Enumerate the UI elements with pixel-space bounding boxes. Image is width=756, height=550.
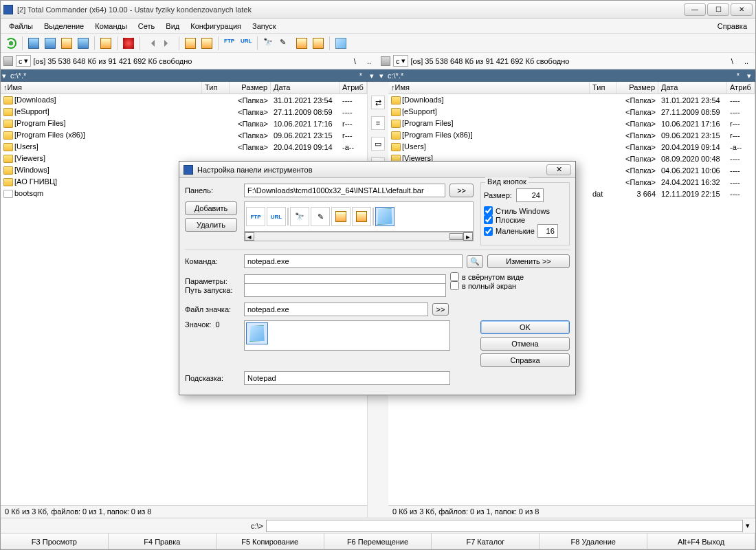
- nav-root[interactable]: \: [727, 57, 737, 65]
- f3-button[interactable]: F3 Просмотр: [1, 534, 109, 549]
- ok-button[interactable]: OK: [480, 320, 570, 334]
- menu-commands[interactable]: Команды: [89, 21, 133, 32]
- col-attr[interactable]: Атриб: [340, 82, 367, 94]
- col-name[interactable]: ↑Имя: [1, 82, 202, 94]
- back-button[interactable]: [144, 36, 159, 51]
- minimized-checkbox[interactable]: в свёрнутом виде: [450, 272, 524, 281]
- tab-dd[interactable]: ▾: [367, 71, 377, 80]
- ftp-button[interactable]: FTP: [222, 36, 237, 51]
- preview-rename[interactable]: ✎: [311, 207, 330, 226]
- f4-button[interactable]: F4 Правка: [109, 534, 216, 549]
- table-row[interactable]: [eSupport]<Папка>27.11.2009 08:59----: [1, 106, 367, 118]
- right-drive-select[interactable]: c▾: [393, 55, 408, 67]
- small-checkbox[interactable]: Маленькие: [484, 227, 535, 236]
- panel-browse-button[interactable]: >>: [449, 184, 474, 197]
- refresh-button[interactable]: [3, 36, 19, 51]
- preview-sync[interactable]: [331, 207, 351, 226]
- table-row[interactable]: [Program Files]<Папка>10.06.2021 17:16r-…: [388, 118, 755, 129]
- col-size[interactable]: Размер: [230, 82, 271, 94]
- menu-start[interactable]: Запуск: [247, 21, 281, 32]
- flat-checkbox[interactable]: Плоские: [484, 215, 566, 224]
- small-size-input[interactable]: [537, 224, 558, 238]
- preview-copy[interactable]: [352, 207, 371, 226]
- notepad-button[interactable]: [333, 36, 348, 51]
- view-thumb-button[interactable]: [59, 36, 74, 51]
- size-input[interactable]: [516, 188, 544, 202]
- tab-star[interactable]: *: [733, 71, 743, 80]
- startpath-input[interactable]: [244, 283, 446, 297]
- fullscreen-checkbox[interactable]: в полный экран: [450, 281, 524, 290]
- table-row[interactable]: [Program Files]<Папка>10.06.2021 17:16r-…: [1, 118, 367, 129]
- col-attr[interactable]: Атриб: [727, 82, 755, 94]
- col-size[interactable]: Размер: [617, 82, 658, 94]
- col-date[interactable]: Дата: [658, 82, 727, 94]
- tab-dd[interactable]: ▾: [744, 71, 754, 80]
- hint-input[interactable]: [244, 371, 450, 385]
- add-button[interactable]: Добавить: [185, 201, 237, 215]
- menu-view[interactable]: Вид: [160, 21, 185, 32]
- icon-picker[interactable]: [244, 320, 450, 351]
- pack-button[interactable]: [183, 36, 198, 51]
- col-ext[interactable]: Тип: [590, 82, 617, 94]
- sync-button[interactable]: [294, 36, 309, 51]
- mid-btn-3[interactable]: ▭: [371, 137, 385, 151]
- cmd-dropdown-icon[interactable]: ▾: [743, 521, 753, 530]
- preview-scrollbar[interactable]: ◂ ▸: [244, 232, 474, 241]
- nav-root[interactable]: \: [350, 57, 360, 65]
- table-row[interactable]: [Downloads]<Папка>31.01.2021 23:54----: [1, 94, 367, 106]
- table-row[interactable]: [Users]<Папка>20.04.2019 09:14-a--: [388, 141, 755, 153]
- view-full-button[interactable]: [43, 36, 58, 51]
- f7-button[interactable]: F7 Каталог: [432, 534, 540, 549]
- menu-config[interactable]: Конфигурация: [185, 21, 247, 32]
- cancel-button[interactable]: Отмена: [480, 337, 570, 351]
- iconfile-input[interactable]: [244, 302, 428, 316]
- preview-ftp[interactable]: FTP: [246, 207, 265, 226]
- command-search-button[interactable]: 🔍: [467, 255, 483, 268]
- minimize-button[interactable]: —: [684, 3, 706, 16]
- col-ext[interactable]: Тип: [202, 82, 230, 94]
- cmd-input[interactable]: [266, 520, 743, 532]
- icon-option-0[interactable]: [246, 322, 268, 344]
- menu-files[interactable]: Файлы: [3, 21, 38, 32]
- nav-up[interactable]: ..: [740, 57, 753, 65]
- col-name[interactable]: ↑Имя: [388, 82, 590, 94]
- menu-help[interactable]: Справка: [712, 21, 753, 32]
- col-date[interactable]: Дата: [271, 82, 340, 94]
- wand-button[interactable]: [121, 36, 136, 51]
- menu-selection[interactable]: Выделение: [38, 21, 89, 32]
- tab-star[interactable]: *: [356, 71, 366, 80]
- panel-path-input[interactable]: [244, 184, 445, 197]
- left-tab[interactable]: c:\*.*: [6, 71, 30, 80]
- table-row[interactable]: [eSupport]<Папка>27.11.2009 08:59----: [388, 106, 755, 118]
- left-drive-select[interactable]: c▾: [16, 55, 31, 67]
- copy-names-button[interactable]: [311, 36, 326, 51]
- close-button[interactable]: ✕: [731, 3, 753, 16]
- mid-btn-1[interactable]: ⇄: [371, 96, 385, 109]
- fwd-button[interactable]: [160, 36, 175, 51]
- preview-url[interactable]: URL: [267, 207, 286, 226]
- style-checkbox[interactable]: Стиль Windows: [484, 206, 566, 215]
- preview-notepad-selected[interactable]: [375, 207, 394, 226]
- nav-up[interactable]: ..: [363, 57, 375, 65]
- iconfile-browse-button[interactable]: >>: [432, 303, 449, 316]
- view-brief-button[interactable]: [26, 36, 41, 51]
- f8-button[interactable]: F8 Удаление: [540, 534, 647, 549]
- f5-button[interactable]: F5 Копирование: [216, 534, 324, 549]
- table-row[interactable]: [Program Files (x86)]<Папка>09.06.2021 2…: [388, 129, 755, 141]
- altf4-button[interactable]: Alt+F4 Выход: [647, 534, 755, 549]
- change-button[interactable]: Изменить >>: [487, 254, 570, 268]
- search-button[interactable]: 🔭: [261, 36, 276, 51]
- delete-button[interactable]: Удалить: [185, 218, 237, 232]
- mid-btn-2[interactable]: =: [371, 116, 385, 130]
- rename-button[interactable]: ✎: [278, 36, 293, 51]
- dialog-close-button[interactable]: ✕: [546, 164, 571, 175]
- command-input[interactable]: [244, 254, 463, 268]
- bar-preview[interactable]: FTP URL 🔭 ✎: [244, 201, 474, 232]
- right-tab[interactable]: c:\*.*: [383, 71, 408, 80]
- invert-sel-button[interactable]: [98, 36, 113, 51]
- table-row[interactable]: [Program Files (x86)]<Папка>09.06.2021 2…: [1, 129, 367, 141]
- maximize-button[interactable]: ☐: [707, 3, 729, 16]
- view-tree-button[interactable]: [76, 36, 91, 51]
- scroll-thumb[interactable]: [449, 233, 463, 240]
- table-row[interactable]: [Downloads]<Папка>31.01.2021 23:54----: [388, 94, 755, 106]
